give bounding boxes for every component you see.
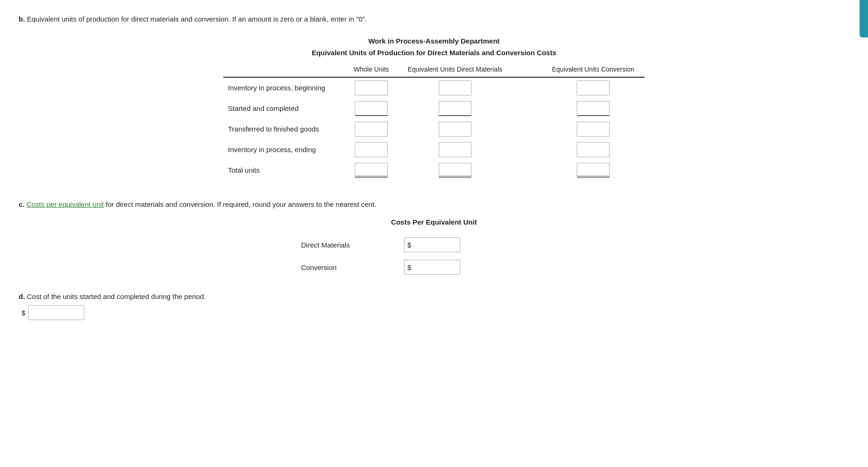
input-tot-eq-conv[interactable] — [577, 163, 609, 176]
row-transferred: Transferred to finished goods — [223, 119, 645, 139]
dollar-sign-dm: $ — [405, 241, 413, 249]
cell-conversion-input[interactable]: $ — [397, 256, 574, 278]
label-started-completed: Started and completed — [223, 98, 346, 119]
section-d-intro-text: Cost of the units started and completed … — [27, 292, 206, 300]
spacer-tot — [514, 160, 542, 181]
label-inventory-ending: Inventory in process, ending — [223, 139, 346, 160]
costs-table-title: Costs Per Equivalent Unit — [19, 218, 849, 226]
col-spacer — [514, 64, 542, 77]
col-eq-direct-header: Equivalent Units Direct Materials — [397, 64, 514, 77]
input-end-whole[interactable] — [355, 143, 387, 157]
spacer-sc — [514, 98, 542, 119]
main-page: b. Equivalent units of production for di… — [0, 0, 868, 467]
section-b-intro-text: Equivalent units of production for direc… — [27, 15, 367, 23]
spacer-end — [514, 139, 542, 160]
cell-tot-eq-direct[interactable] — [397, 160, 514, 181]
input-sc-whole[interactable] — [355, 102, 387, 115]
dollar-sign-conv: $ — [405, 263, 413, 271]
row-direct-materials-cost: Direct Materials $ — [294, 234, 574, 256]
cell-end-whole[interactable] — [346, 139, 397, 160]
col-eq-conversion-header: Equivalent Units Conversion — [542, 64, 645, 77]
col-whole-units-header: Whole Units — [346, 64, 397, 77]
input-beg-whole[interactable] — [355, 81, 387, 95]
input-sc-eq-direct[interactable] — [439, 102, 471, 115]
spacer-beg — [514, 77, 542, 98]
label-conversion: Conversion — [294, 256, 397, 278]
input-tr-whole[interactable] — [355, 122, 387, 136]
input-beg-eq-conv[interactable] — [577, 81, 609, 95]
label-direct-materials: Direct Materials — [294, 234, 397, 256]
table-title-line1: Work in Process-Assembly Department — [19, 35, 849, 47]
input-section-d[interactable] — [29, 306, 80, 320]
cell-tot-whole[interactable] — [346, 160, 397, 181]
row-conversion-cost: Conversion $ — [294, 256, 574, 278]
cell-sc-whole[interactable] — [346, 98, 397, 119]
row-started-completed: Started and completed — [223, 98, 645, 119]
input-sc-eq-conv[interactable] — [577, 102, 609, 115]
section-b-label: b. — [19, 15, 25, 23]
section-c-intro-text: for direct materials and conversion. If … — [106, 200, 376, 208]
input-beg-eq-direct[interactable] — [439, 81, 471, 95]
col-label-header — [223, 64, 346, 77]
row-inventory-ending: Inventory in process, ending — [223, 139, 645, 160]
row-total-units: Total units — [223, 160, 645, 181]
cell-beg-eq-conv[interactable] — [542, 77, 645, 98]
cell-tot-eq-conv[interactable] — [542, 160, 645, 181]
cell-beg-eq-direct[interactable] — [397, 77, 514, 98]
section-c-intro: c. Costs per equivalent unit for direct … — [19, 199, 849, 210]
spacer-tr — [514, 119, 542, 139]
section-d-label: d. — [19, 292, 25, 300]
input-end-eq-conv[interactable] — [577, 143, 609, 157]
cell-tr-whole[interactable] — [346, 119, 397, 139]
cell-direct-materials-input[interactable]: $ — [397, 234, 574, 256]
cell-tr-eq-conv[interactable] — [542, 119, 645, 139]
label-inventory-beginning: Inventory in process, beginning — [223, 77, 346, 98]
input-tot-eq-direct[interactable] — [439, 163, 471, 176]
section-c-link-text[interactable]: Costs per equivalent unit — [27, 200, 104, 208]
input-conversion-cost[interactable] — [413, 260, 460, 274]
section-d-input-row: $ — [19, 305, 849, 320]
section-b-intro: b. Equivalent units of production for di… — [19, 14, 849, 25]
cell-sc-eq-direct[interactable] — [397, 98, 514, 119]
costs-table: Direct Materials $ Conversion $ — [294, 234, 574, 278]
table-title: Work in Process-Assembly Department Equi… — [19, 35, 849, 59]
cell-end-eq-conv[interactable] — [542, 139, 645, 160]
cell-tr-eq-direct[interactable] — [397, 119, 514, 139]
cell-beg-whole[interactable] — [346, 77, 397, 98]
input-end-eq-direct[interactable] — [439, 143, 471, 157]
section-d-intro: d. Cost of the units started and complet… — [19, 292, 849, 300]
section-d: d. Cost of the units started and complet… — [19, 292, 849, 320]
input-tot-whole[interactable] — [355, 163, 387, 176]
input-tr-eq-direct[interactable] — [439, 122, 471, 136]
label-total-units: Total units — [223, 160, 346, 181]
cell-end-eq-direct[interactable] — [397, 139, 514, 160]
table-title-line2: Equivalent Units of Production for Direc… — [19, 47, 849, 59]
row-inventory-beginning: Inventory in process, beginning — [223, 77, 645, 98]
accent-bar — [860, 0, 868, 37]
eup-table: Whole Units Equivalent Units Direct Mate… — [223, 64, 645, 181]
section-c-label: c. — [19, 200, 25, 208]
dollar-sign-d: $ — [19, 309, 27, 317]
input-tr-eq-conv[interactable] — [577, 122, 609, 136]
input-direct-materials-cost[interactable] — [413, 238, 460, 252]
cell-sc-eq-conv[interactable] — [542, 98, 645, 119]
label-transferred: Transferred to finished goods — [223, 119, 346, 139]
